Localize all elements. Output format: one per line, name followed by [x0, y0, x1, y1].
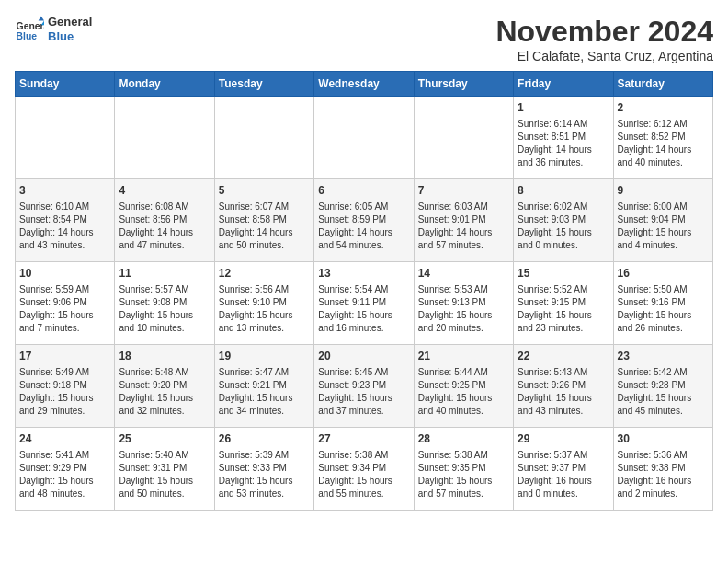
logo-text: General Blue	[48, 15, 92, 43]
svg-marker-2	[39, 17, 44, 21]
cell-content: Sunrise: 6:07 AM	[219, 201, 310, 213]
cell-content: Sunset: 9:21 PM	[219, 379, 310, 392]
cell-content: Sunrise: 5:43 AM	[518, 366, 609, 379]
cell-content: Sunrise: 5:42 AM	[618, 366, 709, 379]
calendar-week-row: 10Sunrise: 5:59 AMSunset: 9:06 PMDayligh…	[16, 262, 713, 345]
cell-content: Sunrise: 5:38 AM	[318, 449, 409, 462]
calendar-cell: 27Sunrise: 5:38 AMSunset: 9:34 PMDayligh…	[314, 428, 414, 511]
calendar-cell	[414, 97, 513, 179]
cell-content: Sunrise: 5:53 AM	[418, 283, 509, 296]
cell-content: Sunrise: 5:49 AM	[19, 366, 110, 379]
day-number: 5	[219, 183, 310, 199]
cell-content: Daylight: 15 hours	[318, 309, 409, 322]
weekday-header-row: SundayMondayTuesdayWednesdayThursdayFrid…	[16, 72, 713, 97]
cell-content: and 29 minutes.	[19, 405, 110, 418]
cell-content: Sunrise: 5:38 AM	[418, 449, 509, 462]
calendar-cell: 30Sunrise: 5:36 AMSunset: 9:38 PMDayligh…	[613, 428, 712, 511]
cell-content: Sunrise: 5:45 AM	[318, 366, 409, 379]
cell-content: and 57 minutes.	[418, 239, 509, 252]
calendar-cell: 4Sunrise: 6:08 AMSunset: 8:56 PMDaylight…	[115, 179, 214, 262]
svg-text:General: General	[17, 21, 44, 31]
day-number: 7	[418, 183, 509, 199]
cell-content: and 43 minutes.	[19, 239, 110, 252]
svg-text:Blue: Blue	[17, 31, 38, 41]
calendar-cell: 8Sunrise: 6:02 AMSunset: 9:03 PMDaylight…	[514, 179, 613, 262]
weekday-header: Friday	[514, 72, 613, 97]
cell-content: Sunset: 9:06 PM	[19, 296, 110, 309]
day-number: 8	[518, 183, 609, 199]
calendar-table: SundayMondayTuesdayWednesdayThursdayFrid…	[15, 71, 713, 511]
cell-content: Sunset: 8:59 PM	[318, 213, 409, 226]
cell-content: Sunset: 8:58 PM	[219, 213, 310, 226]
weekday-header: Thursday	[414, 72, 513, 97]
day-number: 25	[119, 431, 210, 447]
cell-content: and 10 minutes.	[119, 322, 210, 335]
day-number: 6	[318, 183, 409, 199]
cell-content: and 0 minutes.	[518, 239, 609, 252]
calendar-cell: 9Sunrise: 6:00 AMSunset: 9:04 PMDaylight…	[613, 179, 712, 262]
day-number: 10	[19, 266, 110, 282]
cell-content: Daylight: 15 hours	[19, 309, 110, 322]
calendar-cell	[16, 97, 115, 179]
cell-content: Sunrise: 6:12 AM	[618, 118, 709, 131]
cell-content: Daylight: 15 hours	[518, 226, 609, 239]
calendar-cell: 13Sunrise: 5:54 AMSunset: 9:11 PMDayligh…	[314, 262, 414, 345]
weekday-header: Sunday	[16, 72, 115, 97]
cell-content: Sunrise: 6:00 AM	[618, 201, 709, 213]
cell-content: Sunset: 9:26 PM	[518, 379, 609, 392]
cell-content: Daylight: 15 hours	[219, 309, 310, 322]
cell-content: Daylight: 15 hours	[618, 392, 709, 405]
day-number: 15	[518, 266, 609, 282]
cell-content: Sunset: 8:54 PM	[19, 213, 110, 226]
weekday-header: Wednesday	[314, 72, 414, 97]
calendar-week-row: 1Sunrise: 6:14 AMSunset: 8:51 PMDaylight…	[16, 97, 713, 179]
day-number: 2	[618, 100, 709, 116]
header: General Blue General Blue November 2024 …	[15, 15, 713, 63]
calendar-cell: 21Sunrise: 5:44 AMSunset: 9:25 PMDayligh…	[414, 345, 513, 428]
cell-content: Sunset: 9:15 PM	[518, 296, 609, 309]
calendar-cell: 16Sunrise: 5:50 AMSunset: 9:16 PMDayligh…	[613, 262, 712, 345]
cell-content: Sunset: 8:51 PM	[518, 131, 609, 144]
cell-content: Sunset: 9:01 PM	[418, 213, 509, 226]
cell-content: Daylight: 15 hours	[19, 475, 110, 488]
cell-content: Sunset: 9:31 PM	[119, 462, 210, 475]
cell-content: and 26 minutes.	[618, 322, 709, 335]
logo: General Blue General Blue	[15, 15, 92, 44]
cell-content: and 37 minutes.	[318, 405, 409, 418]
cell-content: Sunrise: 5:41 AM	[19, 449, 110, 462]
cell-content: Daylight: 15 hours	[219, 392, 310, 405]
cell-content: Daylight: 15 hours	[119, 309, 210, 322]
cell-content: and 47 minutes.	[119, 239, 210, 252]
cell-content: and 20 minutes.	[418, 322, 509, 335]
cell-content: Daylight: 14 hours	[219, 226, 310, 239]
calendar-cell: 24Sunrise: 5:41 AMSunset: 9:29 PMDayligh…	[16, 428, 115, 511]
page-subtitle: El Calafate, Santa Cruz, Argentina	[495, 49, 713, 63]
cell-content: Sunset: 9:29 PM	[19, 462, 110, 475]
weekday-header: Tuesday	[214, 72, 313, 97]
cell-content: Sunrise: 5:39 AM	[219, 449, 310, 462]
cell-content: Sunrise: 5:47 AM	[219, 366, 310, 379]
cell-content: Sunrise: 5:37 AM	[518, 449, 609, 462]
cell-content: Sunset: 9:37 PM	[518, 462, 609, 475]
cell-content: Sunrise: 5:40 AM	[119, 449, 210, 462]
cell-content: Sunset: 9:23 PM	[318, 379, 409, 392]
cell-content: Sunrise: 5:44 AM	[418, 366, 509, 379]
calendar-week-row: 17Sunrise: 5:49 AMSunset: 9:18 PMDayligh…	[16, 345, 713, 428]
calendar-cell: 23Sunrise: 5:42 AMSunset: 9:28 PMDayligh…	[613, 345, 712, 428]
cell-content: Sunrise: 5:59 AM	[19, 283, 110, 296]
logo-line2: Blue	[48, 29, 92, 44]
day-number: 3	[19, 183, 110, 199]
cell-content: Sunrise: 5:50 AM	[618, 283, 709, 296]
cell-content: Daylight: 15 hours	[119, 392, 210, 405]
day-number: 13	[318, 266, 409, 282]
cell-content: Sunset: 9:25 PM	[418, 379, 509, 392]
cell-content: Daylight: 15 hours	[19, 392, 110, 405]
calendar-cell: 5Sunrise: 6:07 AMSunset: 8:58 PMDaylight…	[214, 179, 313, 262]
cell-content: Daylight: 15 hours	[618, 309, 709, 322]
cell-content: Sunset: 9:18 PM	[19, 379, 110, 392]
calendar-cell: 28Sunrise: 5:38 AMSunset: 9:35 PMDayligh…	[414, 428, 513, 511]
cell-content: and 50 minutes.	[119, 488, 210, 500]
day-number: 28	[418, 431, 509, 447]
calendar-cell: 17Sunrise: 5:49 AMSunset: 9:18 PMDayligh…	[16, 345, 115, 428]
cell-content: Sunset: 9:33 PM	[219, 462, 310, 475]
